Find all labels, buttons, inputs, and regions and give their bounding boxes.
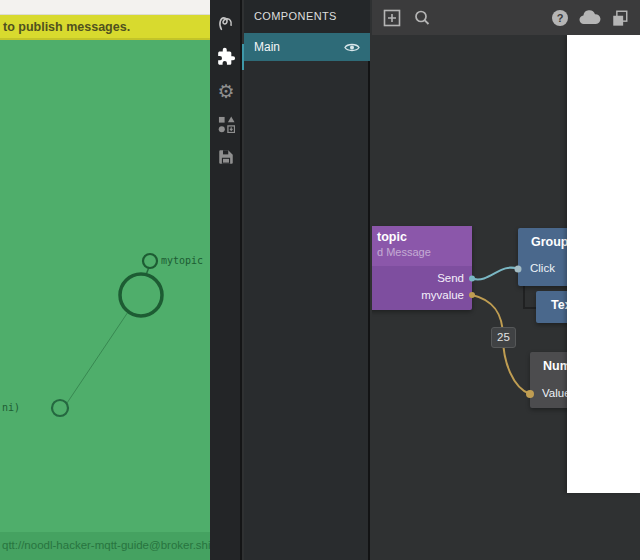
- topic-circle[interactable]: [143, 254, 157, 268]
- eye-icon[interactable]: [344, 42, 360, 53]
- connection-value-badge[interactable]: 25: [491, 327, 516, 348]
- editor-window: ⚙ COMPONENTS: [210, 0, 640, 560]
- node-send-message[interactable]: topic d Message Send myvalue: [372, 226, 472, 310]
- node-title: Group: [531, 235, 569, 249]
- component-item-label: Main: [244, 40, 344, 54]
- node-title: topic: [377, 230, 407, 244]
- components-panel-header: COMPONENTS: [244, 0, 370, 33]
- cloud-icon[interactable]: [578, 6, 602, 30]
- mqtt-visualization: [0, 40, 210, 532]
- node-subtitle: d Message: [377, 246, 431, 258]
- zoom-search-icon[interactable]: [410, 6, 434, 30]
- hierarchy-connector: [524, 286, 536, 308]
- signal-wire[interactable]: [472, 268, 518, 280]
- components-shapes-icon[interactable]: [210, 109, 242, 139]
- save-icon[interactable]: [210, 142, 242, 172]
- client-circle[interactable]: [52, 400, 68, 416]
- add-node-icon[interactable]: [380, 6, 404, 30]
- port-myvalue[interactable]: myvalue: [421, 289, 464, 301]
- browser-pane: to publish messages. mytopic ni) qtt://n…: [0, 0, 210, 560]
- broker-circle[interactable]: [120, 274, 162, 316]
- editor-sidebar: ⚙: [210, 0, 242, 560]
- component-item-main[interactable]: Main: [244, 33, 370, 61]
- notification-banner: to publish messages.: [0, 15, 210, 40]
- browser-page-top: [0, 0, 210, 15]
- node-canvas[interactable]: 25 topic d Message Send myvalue Group Cl…: [372, 0, 640, 560]
- screen: to publish messages. mytopic ni) qtt://n…: [0, 0, 640, 560]
- client-label-partial: ni): [2, 402, 20, 413]
- puzzle-icon[interactable]: [210, 42, 242, 72]
- components-panel: COMPONENTS Main: [244, 0, 370, 560]
- help-icon[interactable]: ?: [548, 6, 572, 30]
- preview-panel: [567, 35, 640, 493]
- broker-client-link: [67, 312, 128, 403]
- port-send[interactable]: Send: [437, 272, 464, 284]
- gear-icon[interactable]: ⚙: [210, 76, 242, 106]
- noodl-logo-icon[interactable]: [210, 8, 242, 38]
- canvas-toolbar: ?: [372, 0, 640, 35]
- topic-label: mytopic: [161, 255, 203, 266]
- port-click[interactable]: Click: [530, 262, 555, 274]
- browser-status-url: qtt://noodl-hacker-mqtt-guide@broker.shi…: [0, 532, 210, 560]
- windows-icon[interactable]: [608, 6, 632, 30]
